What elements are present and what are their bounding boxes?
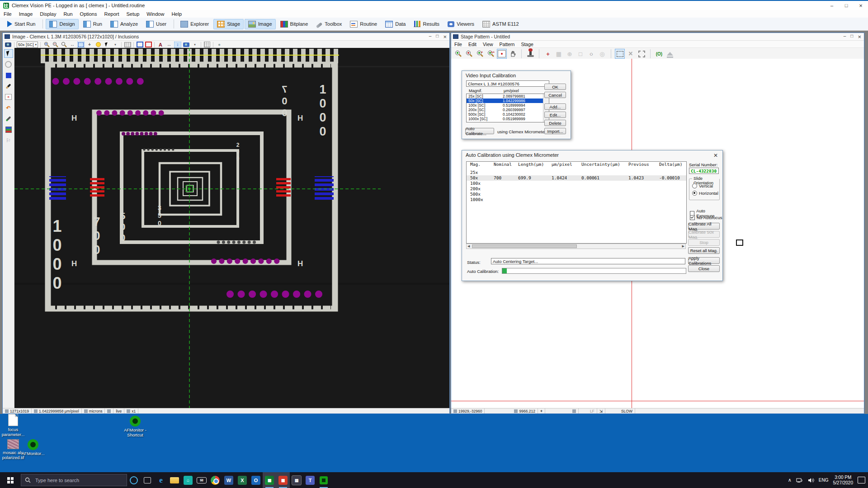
zoom-out-icon[interactable] [464, 49, 474, 59]
taskbar-word[interactable]: W [222, 472, 236, 488]
point-pattern-icon[interactable]: ◎ [597, 49, 607, 59]
select-region-icon[interactable] [77, 42, 85, 48]
zoom-in-icon[interactable] [43, 42, 50, 48]
close-icon[interactable] [854, 1, 868, 10]
taskbar-search[interactable] [21, 474, 127, 486]
start-run-button[interactable]: Start Run [4, 19, 39, 29]
close-icon[interactable] [858, 33, 861, 40]
explorer-button[interactable]: Explorer [177, 19, 212, 29]
image-button[interactable]: Image [245, 19, 276, 29]
stage-menu-stage[interactable]: Stage [518, 42, 536, 47]
capture-grid-icon[interactable] [183, 42, 190, 48]
menu-image[interactable]: Image [15, 11, 37, 17]
crosshair-tool-icon[interactable]: ↕ [174, 42, 181, 48]
menu-help[interactable]: Help [168, 11, 185, 17]
sphere-icon[interactable]: ● [216, 42, 223, 48]
calibrate-all-button[interactable]: Calibrate All Mag. [688, 223, 720, 230]
list-item[interactable]: 1000x [SC]0.051989999 [467, 117, 549, 121]
clear-image-icon[interactable]: × [4, 93, 13, 101]
taskbar-store[interactable]: ⌂ [181, 472, 195, 488]
routine-button[interactable]: Routine [346, 19, 381, 29]
field-frame-icon[interactable] [615, 49, 625, 59]
horizontal-radio[interactable] [692, 191, 697, 196]
expand-icon[interactable] [637, 49, 646, 59]
chevron-down-icon[interactable]: ▾ [191, 42, 198, 48]
pointer-tool-icon[interactable] [103, 42, 110, 48]
eject-icon[interactable] [665, 49, 675, 59]
design-button[interactable]: Design [46, 19, 78, 29]
list-item[interactable]: 25x [SC]2.089799881 [467, 94, 549, 99]
table-row[interactable]: 25x [467, 170, 686, 175]
viewers-button[interactable]: Viewers [444, 19, 478, 29]
zoom-in-icon[interactable] [453, 49, 463, 59]
volume-icon[interactable] [808, 478, 814, 483]
menu-options[interactable]: Options [76, 11, 101, 17]
list-item-selected[interactable]: 50x [SC]1.042299986 [467, 99, 549, 103]
taskbar-teams[interactable]: T [303, 472, 317, 488]
bitplane-button[interactable]: Bitplane [277, 19, 312, 29]
navigator-icon[interactable] [497, 49, 507, 59]
ok-button[interactable]: OK [544, 84, 566, 90]
taskbar-afmonitor[interactable] [317, 472, 330, 488]
apply-calibrations-button[interactable]: Apply Calibrations [688, 257, 720, 264]
taskbar-edge[interactable]: e [154, 472, 168, 488]
taskbar-calculator[interactable]: ▤ [290, 472, 303, 488]
rect-pattern-icon[interactable]: □ [576, 49, 585, 59]
stop-button[interactable]: Stop [688, 239, 720, 246]
close-icon[interactable]: ✕ [713, 152, 718, 159]
astm-e112-button[interactable]: ASTM E112 [479, 19, 523, 29]
stage-field-box[interactable] [736, 239, 743, 246]
close-icon[interactable] [443, 33, 447, 40]
run-button[interactable]: Run [80, 19, 106, 29]
blue-frame-icon[interactable] [136, 42, 143, 48]
zoom-selection-icon[interactable]: + [475, 49, 485, 59]
tray-language[interactable]: ENG [819, 478, 829, 483]
goto-position-icon[interactable]: + [543, 49, 553, 59]
no-autofocus-checkbox[interactable] [690, 215, 695, 220]
menu-window[interactable]: Window [143, 11, 168, 17]
vertical-radio[interactable] [692, 183, 697, 188]
desktop-icon-afmonitor[interactable]: AFMonitor... [18, 439, 48, 456]
taskbar-clemex-capture[interactable]: ▦ [276, 472, 290, 488]
minimize-icon[interactable] [844, 33, 846, 40]
list-item[interactable]: 200x [SC]0.260399997 [467, 108, 549, 112]
list-item[interactable]: 100x [SC]0.518999994 [467, 103, 549, 108]
list-item[interactable]: 500x [SC]0.104230002 [467, 112, 549, 117]
mosaic-icon[interactable] [203, 42, 211, 48]
lamp-icon[interactable] [94, 42, 102, 48]
network-icon[interactable] [796, 478, 803, 483]
maximize-icon[interactable] [436, 33, 439, 40]
taskbar-file-explorer[interactable] [168, 472, 181, 488]
color-swatch-icon[interactable] [4, 71, 13, 80]
auto-calibrate-button[interactable]: Auto Calibrate... [465, 128, 494, 134]
menu-file[interactable]: File [0, 11, 15, 17]
user-button[interactable]: User [142, 19, 170, 29]
camera-grab-icon[interactable] [5, 42, 11, 47]
measure-icon[interactable]: ↔ [165, 42, 173, 48]
tray-clock[interactable]: 3:00 PM 5/27/2020 [833, 475, 854, 486]
undo-icon[interactable]: ↶ [4, 103, 13, 112]
brush-icon[interactable] [4, 82, 13, 90]
taskbar-task-view[interactable] [141, 472, 154, 488]
toolbox-button[interactable]: Toolbox [312, 19, 345, 28]
minimize-icon[interactable] [825, 1, 839, 10]
circle-pattern-icon[interactable]: ○ [586, 49, 596, 59]
menu-report[interactable]: Report [101, 11, 123, 17]
pen-icon[interactable] [4, 114, 13, 123]
menu-setup[interactable]: Setup [123, 11, 143, 17]
start-button[interactable] [0, 472, 21, 488]
table-row[interactable]: 500x [467, 192, 686, 197]
annotation-icon[interactable]: A [157, 42, 164, 48]
close-button[interactable]: Close [688, 265, 720, 272]
pan-hand-icon[interactable] [508, 49, 518, 59]
stage-menu-edit[interactable]: Edit [465, 42, 480, 47]
red-frame-icon[interactable] [145, 42, 152, 48]
taskbar-outlook[interactable]: O [249, 472, 263, 488]
search-input[interactable] [34, 477, 118, 483]
table-row[interactable]: 200x [467, 186, 686, 192]
tray-chevron-icon[interactable]: ∧ [788, 477, 792, 483]
calibration-table[interactable]: Mag. Nominal Length(µm) µm/pixel Uncerta… [466, 161, 687, 244]
move-icon[interactable]: + [86, 42, 93, 48]
fit-width-icon[interactable]: ↔ [69, 42, 76, 48]
serial-number-field[interactable]: CL-4322830 [689, 168, 719, 174]
